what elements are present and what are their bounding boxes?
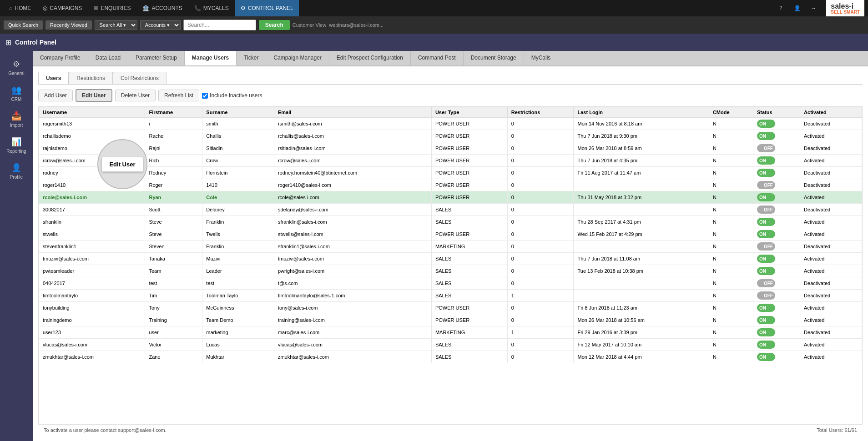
table-row[interactable]: rogersmith13 r smith rsmith@sales-i.com … [39, 118, 862, 130]
status-toggle[interactable]: OFF [757, 144, 775, 152]
status-toggle[interactable]: ON [757, 341, 775, 349]
relative-wrapper: Users Restrictions Col Restrictions Add … [38, 72, 863, 436]
status-toggle[interactable]: ON [757, 218, 775, 226]
cell-status: ON [753, 253, 800, 265]
status-toggle[interactable]: OFF [757, 181, 775, 189]
table-row[interactable]: roger1410 Roger 1410 roger1410@sales-i.c… [39, 179, 862, 191]
tab-document-storage[interactable]: Document Storage [464, 51, 524, 65]
status-toggle[interactable]: ON [757, 230, 775, 238]
nav-enquiries[interactable]: ✉ ENQUIRIES [88, 0, 136, 16]
nav-mycalls[interactable]: 📞 MYCALLS [189, 0, 234, 16]
search-input[interactable] [183, 20, 256, 30]
status-toggle[interactable]: ON [757, 304, 775, 312]
sidebar-item-general[interactable]: ⚙ General [0, 55, 33, 80]
table-row[interactable]: stevenfranklin1 Steven Franklin sfrankli… [39, 241, 862, 253]
tab-command-post[interactable]: Command Post [411, 51, 464, 65]
nav-home[interactable]: ⌂ HOME [4, 0, 36, 16]
table-row[interactable]: rajnisdemo Rajni Sitladin rsitladin@sale… [39, 142, 862, 155]
cell-lastlogin: Wed 15 Feb 2017 at 4:29 pm [574, 228, 709, 241]
add-user-button[interactable]: Add User [38, 90, 73, 101]
table-row[interactable]: 30082017 Scott Delaney sdelaney@sales-i.… [39, 204, 862, 216]
quick-search-button[interactable]: Quick Search [4, 20, 43, 30]
recently-viewed-button[interactable]: Recently Viewed [45, 20, 92, 30]
table-row[interactable]: stwells Steve Twells stwells@sales-i.com… [39, 228, 862, 241]
cell-username: 04042017 [39, 277, 145, 290]
sub-tab-col-restrictions[interactable]: Col Restrictions [113, 72, 167, 84]
nav-accounts[interactable]: 🏦 ACCOUNTS [137, 0, 187, 16]
tab-ticker[interactable]: Ticker [237, 51, 266, 65]
include-inactive-checkbox[interactable] [202, 93, 208, 99]
sidebar-item-crm[interactable]: 👥 CRM [0, 80, 33, 106]
status-toggle[interactable]: ON [757, 328, 775, 336]
inner-content: Users Restrictions Col Restrictions Add … [33, 66, 868, 441]
sidebar-item-profile[interactable]: 👤 Profile [0, 158, 33, 184]
table-row[interactable]: rcrow@sales-i.com Rich Crow rcrow@sales-… [39, 155, 862, 167]
cell-lastlogin: Fri 8 Jun 2018 at 11:23 am [574, 302, 709, 314]
table-row[interactable]: sfranklin Steve Franklin sfranklin@sales… [39, 216, 862, 228]
status-toggle[interactable]: OFF [757, 279, 775, 287]
status-toggle[interactable]: ON [757, 255, 775, 263]
cell-surname: Team Demo [202, 314, 274, 326]
status-toggle[interactable]: ON [757, 353, 775, 361]
delete-user-button[interactable]: Delete User [115, 90, 156, 101]
status-toggle[interactable]: ON [757, 132, 775, 140]
table-row[interactable]: zmukhtar@sales-i.com Zane Mukhtar zmukht… [39, 351, 862, 363]
cell-status: OFF [753, 142, 800, 155]
cell-firstname: r [145, 118, 202, 130]
tab-mycalls[interactable]: MyCalls [524, 51, 559, 65]
nav-campaigns[interactable]: ◎ CAMPAIGNS [37, 0, 87, 16]
sidebar-item-reporting[interactable]: 📊 Reporting [0, 132, 33, 158]
help-button[interactable]: ? [773, 1, 788, 15]
status-toggle[interactable]: ON [757, 193, 775, 201]
tab-data-load[interactable]: Data Load [88, 51, 128, 65]
sub-tab-users[interactable]: Users [38, 72, 69, 84]
table-row[interactable]: rchallisdemo Rachel Challis rchallis@sal… [39, 130, 862, 142]
col-restrictions: Restrictions [507, 107, 574, 118]
accounts-select[interactable]: Accounts ▾ [140, 20, 181, 30]
status-toggle[interactable]: OFF [757, 205, 775, 214]
refresh-list-button[interactable]: Refresh List [158, 90, 199, 101]
tab-edit-prospect[interactable]: Edit Prospect Configuration [329, 51, 411, 65]
table-row[interactable]: tonybuilding Tony McGuinness tony@sales-… [39, 302, 862, 314]
edit-user-overlay-button[interactable]: Edit User [101, 157, 143, 172]
search-all-select[interactable]: Search All ▾ [95, 20, 137, 30]
table-row[interactable]: trainingdemo Training Team Demo training… [39, 314, 862, 326]
table-row[interactable]: tmuzivi@sales-i.com Tanaka Muzivi tmuziv… [39, 253, 862, 265]
cell-surname: McGuinness [202, 302, 274, 314]
tab-parameter-setup[interactable]: Parameter Setup [128, 51, 185, 65]
sub-tab-restrictions[interactable]: Restrictions [69, 72, 113, 84]
users-table-wrapper[interactable]: Username Firstname Surname Email User Ty… [38, 106, 863, 424]
status-toggle[interactable]: OFF [757, 291, 775, 300]
nav-controlpanel[interactable]: ⚙ CONTROL PANEL [235, 0, 299, 16]
logout-button[interactable]: → [806, 1, 821, 15]
status-toggle[interactable]: ON [757, 316, 775, 324]
status-toggle[interactable]: OFF [757, 242, 775, 251]
edit-user-button[interactable]: Edit User [76, 89, 112, 102]
status-toggle[interactable]: ON [757, 120, 775, 128]
search-button[interactable]: Search [259, 20, 290, 30]
tab-company-profile[interactable]: Company Profile [33, 51, 88, 65]
cell-cmode: N [709, 179, 753, 191]
status-toggle[interactable]: ON [757, 267, 775, 275]
status-toggle[interactable]: ON [757, 169, 775, 177]
cell-email: stwells@sales-i.com [274, 228, 431, 241]
user-button[interactable]: 👤 [790, 1, 804, 15]
cell-lastlogin: Fri 11 Aug 2017 at 11:47 am [574, 167, 709, 179]
cell-status: ON [753, 302, 800, 314]
table-row[interactable]: rodney Rodney Hornstein rodney.hornstein… [39, 167, 862, 179]
table-row[interactable]: pwteamleader Team Leader pwright@sales-i… [39, 265, 862, 277]
table-row[interactable]: timtoolmantaylo Tim Toolman Taylo timtoo… [39, 290, 862, 302]
sidebar-item-import[interactable]: 📥 Import [0, 106, 33, 132]
tab-campaign-manager[interactable]: Campaign Manager [266, 51, 329, 65]
tab-manage-users[interactable]: Manage Users [185, 51, 237, 65]
cell-usertype: MARKETING [431, 326, 507, 339]
status-toggle[interactable]: ON [757, 156, 775, 165]
sidebar-general-label: General [8, 71, 25, 76]
table-row[interactable]: 04042017 test test t@s.com SALES 0 N OFF… [39, 277, 862, 290]
include-inactive-label[interactable]: Include inactive users [202, 92, 262, 99]
cell-surname: Sitladin [202, 142, 274, 155]
table-row[interactable]: user123 user marketing marc@sales-i.com … [39, 326, 862, 339]
table-row[interactable]: rcole@sales-i.com Ryan Cole rcole@sales-… [39, 191, 862, 204]
cell-firstname: Ryan [145, 191, 202, 204]
table-row[interactable]: vlucas@sales-i.com Victor Lucas vlucas@s… [39, 339, 862, 351]
